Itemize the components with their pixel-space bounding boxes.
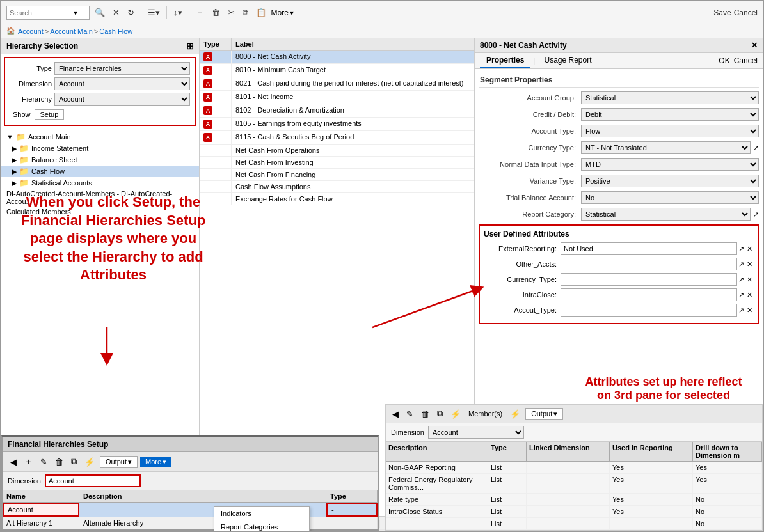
select-account-group[interactable]: Statistical [581, 91, 759, 104]
refresh-button[interactable]: ↻ [125, 6, 137, 19]
rbo-back-btn[interactable]: ◀ [390, 408, 401, 420]
dropdown-report-categories[interactable]: Report Categories [214, 520, 309, 532]
home-icon[interactable]: 🏠 [6, 27, 15, 35]
bt-row-0[interactable]: Account - [3, 503, 378, 517]
tab-properties[interactable]: Properties [480, 53, 530, 68]
breadcrumb-account[interactable]: Account [18, 27, 44, 35]
uda-btn-ext-3[interactable]: ↗ [737, 291, 745, 299]
uda-btn-del-0[interactable]: ✕ [745, 245, 754, 253]
sort-button[interactable]: ↕▾ [171, 6, 185, 19]
tree-item-balance-sheet[interactable]: ▶ 📁 Balance Sheet [1, 154, 199, 166]
filter-hier-button[interactable]: ⚡ [82, 456, 97, 468]
save-button[interactable]: Save [713, 8, 731, 17]
rbo-output-btn[interactable]: Output ▾ [525, 408, 563, 420]
mid-row-6[interactable]: A 8115 - Cash & Secuties Beg of Period [200, 131, 474, 145]
close-icon[interactable]: ✕ [751, 41, 758, 50]
uda-input-4[interactable] [561, 304, 737, 317]
more-dropdown-button[interactable]: More ▾ [140, 457, 171, 467]
close-button[interactable]: ✕ [110, 6, 122, 19]
list-button[interactable]: ☰▾ [145, 6, 163, 19]
cancel-tab-button[interactable]: Cancel [734, 56, 758, 65]
uda-btn-del-1[interactable]: ✕ [745, 260, 754, 269]
select-trial-balance[interactable]: No [581, 191, 759, 204]
breadcrumb-account-main[interactable]: Account Main [50, 27, 93, 35]
mid-row-8[interactable]: Net Cash From Investing [200, 157, 474, 169]
select-variance[interactable]: Positive [581, 175, 759, 187]
rbo-dimension-select[interactable]: Account [428, 426, 524, 439]
rbo-filter2-btn[interactable]: ⚡ [507, 408, 523, 420]
hierarchy-select[interactable]: Account [54, 93, 190, 106]
uda-input-2[interactable] [561, 273, 737, 286]
rbo-row-2[interactable]: Rate type List Yes No [386, 494, 762, 506]
type-select[interactable]: Finance Hierarchies [54, 62, 190, 75]
tree-item-autocreated[interactable]: DI-AutoCreated-Account-Members - DI-Auto… [1, 189, 199, 207]
cancel-button[interactable]: Cancel [734, 8, 758, 17]
rbo-filter-btn[interactable]: ⚡ [448, 408, 463, 420]
uda-btn-del-4[interactable]: ✕ [745, 306, 754, 315]
select-currency-type[interactable]: NT - Not Translated [581, 141, 751, 154]
mid-row-1[interactable]: A 8010 - Minimum Cash Target [200, 64, 474, 77]
cut-button[interactable]: ✂ [225, 6, 237, 19]
uda-btn-ext-2[interactable]: ↗ [737, 276, 745, 284]
uda-btn-ext-1[interactable]: ↗ [737, 260, 745, 269]
select-normal-input[interactable]: MTD [581, 158, 759, 171]
paste-button[interactable]: 📋 [253, 6, 269, 19]
select-report-category[interactable]: Statistical [581, 208, 751, 221]
tree-label-calculated: Calculated Members [6, 208, 71, 215]
mid-row-7[interactable]: Net Cash From Operations [200, 145, 474, 157]
uda-input-0[interactable] [561, 242, 737, 255]
uda-btn-del-3[interactable]: ✕ [745, 291, 754, 299]
search-box[interactable]: ▾ [6, 6, 90, 20]
breadcrumb-cash-flow[interactable]: Cash Flow [99, 27, 132, 35]
tab-usage-report[interactable]: Usage Report [537, 53, 598, 68]
rbo-row-1[interactable]: Federal Energy Regulatory Commiss... Lis… [386, 474, 762, 494]
dimension-select[interactable]: Account [54, 77, 190, 90]
bottom-dimension-input[interactable] [45, 474, 141, 487]
delete-hier-button[interactable]: 🗑 [52, 456, 66, 468]
mid-row-3[interactable]: A 8101 - Net Income [200, 91, 474, 104]
tree-item-statistical[interactable]: ▶ 📁 Statistical Accounts [1, 177, 199, 189]
ok-button[interactable]: OK [719, 56, 729, 65]
uda-btn-del-2[interactable]: ✕ [745, 276, 754, 284]
uda-input-3[interactable] [561, 288, 737, 301]
search-input[interactable] [10, 9, 74, 17]
tree-item-income-statement[interactable]: ▶ 📁 Income Statement [1, 143, 199, 154]
copy-button[interactable]: ⧉ [240, 6, 251, 19]
select-account-type[interactable]: Flow [581, 125, 759, 137]
mid-row-4[interactable]: A 8102 - Depreciation & Amortization [200, 104, 474, 118]
mid-row-0[interactable]: A 8000 - Net Cash Activity [200, 51, 474, 64]
mid-row-11[interactable]: Exchange Rates for Cash Flow [200, 193, 474, 205]
rbo-row-4[interactable]: List No [386, 518, 762, 530]
uda-btn-ext-4[interactable]: ↗ [737, 306, 745, 315]
search-button[interactable]: 🔍 [92, 6, 107, 19]
mid-row-2[interactable]: A 8021 - Cash paid during the period for… [200, 77, 474, 91]
rbo-copy-btn[interactable]: ⧉ [434, 407, 445, 420]
dropdown-indicators[interactable]: Indicators [214, 507, 309, 520]
rbo-row-3[interactable]: IntraClose Status List Yes No [386, 506, 762, 518]
rbo-delete-btn[interactable]: 🗑 [418, 408, 432, 420]
back-button[interactable]: ◀ [8, 456, 19, 468]
output-button[interactable]: Output ▾ [100, 456, 138, 468]
report-category-icon-btn[interactable]: ↗ [753, 210, 759, 219]
rbo-row-0[interactable]: Non-GAAP Reporting List Yes Yes [386, 462, 762, 474]
mid-row-5[interactable]: A 8105 - Earnings from equity investment… [200, 118, 474, 131]
tree-item-account-main[interactable]: ▼ 📁 Account Main [1, 131, 199, 143]
tree-item-calculated[interactable]: Calculated Members [1, 207, 199, 217]
bt-row-1[interactable]: Alt Hierarchy 1 Alternate Hierarchy - [3, 517, 378, 529]
add-button[interactable]: ＋ [193, 6, 207, 20]
collapse-icon[interactable]: ⊞ [186, 41, 194, 51]
rbo-edit-btn[interactable]: ✎ [404, 408, 416, 420]
uda-input-1[interactable] [561, 258, 737, 270]
edit-hier-button[interactable]: ✎ [38, 456, 50, 468]
setup-button[interactable]: Setup [35, 109, 65, 120]
uda-btn-ext-0[interactable]: ↗ [737, 245, 745, 253]
select-credit-debit[interactable]: Debit [581, 108, 759, 121]
currency-type-icon-btn[interactable]: ↗ [753, 144, 759, 152]
more-button[interactable]: More ▾ [271, 8, 294, 17]
copy-hier-button[interactable]: ⧉ [68, 455, 79, 468]
delete-button[interactable]: 🗑 [209, 6, 223, 19]
mid-row-10[interactable]: Cash Flow Assumptions [200, 181, 474, 193]
mid-row-9[interactable]: Net Cash From Financing [200, 169, 474, 181]
add-hier-button[interactable]: ＋ [22, 455, 35, 469]
tree-item-cash-flow[interactable]: ▶ 📁 Cash Flow [1, 166, 199, 177]
